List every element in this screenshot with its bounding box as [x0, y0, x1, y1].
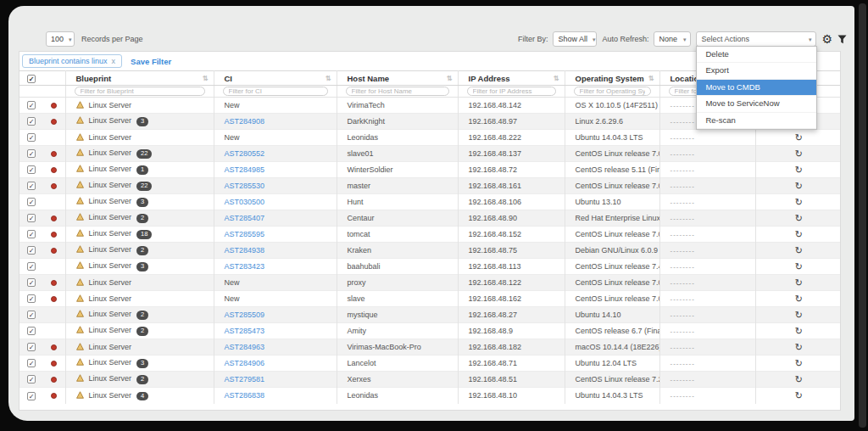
ci-link[interactable]: AST284985	[225, 165, 265, 174]
action-menu-item[interactable]: Move to CMDB	[697, 80, 816, 96]
sort-icon[interactable]: ⇅	[648, 75, 654, 82]
save-filter-link[interactable]: Save Filter	[131, 57, 171, 66]
row-checkbox[interactable]: ✓	[27, 294, 36, 303]
ci-link[interactable]: AST285595	[225, 230, 265, 238]
records-per-page-select[interactable]: 100 ▾	[46, 31, 75, 47]
row-checkbox[interactable]: ✓	[27, 359, 36, 367]
host-name: DarkKnight	[348, 117, 386, 126]
action-menu-item[interactable]: Export	[697, 63, 816, 79]
sort-icon[interactable]: ⇅	[554, 75, 559, 82]
filter-chip[interactable]: Blueprint contains linux x	[22, 54, 122, 68]
ci-link[interactable]: AST284963	[225, 343, 265, 351]
select-all-checkbox[interactable]: ✓	[27, 75, 36, 83]
rescan-icon[interactable]: ↻	[795, 132, 803, 143]
count-badge: 22	[136, 182, 152, 190]
location-value: --------	[670, 344, 695, 351]
table-row: ✓Linux Server3AST284906Lancelot192.168.4…	[19, 355, 841, 372]
table-body: ✓Linux ServerNewVirimaTech192.168.48.142…	[19, 98, 841, 404]
ci-link[interactable]: AST286838	[225, 391, 265, 400]
table-row: ✓Linux Server2AST285473Amity192.168.48.9…	[19, 323, 841, 339]
location-value: --------	[670, 311, 695, 319]
ip-address: 192.168.48.97	[469, 117, 518, 126]
rescan-icon[interactable]: ↻	[795, 390, 803, 400]
row-checkbox[interactable]: ✓	[27, 214, 36, 222]
blueprint-label: Linux Server	[89, 165, 132, 173]
filter-input-ci[interactable]	[223, 87, 328, 96]
row-checkbox[interactable]: ✓	[27, 133, 36, 142]
table-row: ✓Linux ServerNewslave192.168.48.162CentO…	[19, 291, 841, 307]
table-row: ✓Linux Server1AST284985WinterSoldier192.…	[19, 162, 841, 178]
row-checkbox[interactable]: ✓	[27, 101, 36, 109]
ci-link[interactable]: AST284906	[225, 359, 265, 367]
chip-close-icon[interactable]: x	[112, 57, 116, 65]
rescan-icon[interactable]: ↻	[795, 326, 803, 336]
ci-link[interactable]: AST279581	[225, 375, 265, 383]
rescan-icon[interactable]: ↻	[795, 310, 803, 320]
filter-input-ip-address[interactable]	[467, 87, 556, 96]
row-checkbox[interactable]: ✓	[27, 117, 36, 126]
ip-address: 192.168.48.90	[469, 214, 518, 222]
select-actions-dropdown[interactable]: Select Actions ▾	[696, 31, 816, 47]
row-checkbox[interactable]: ✓	[27, 327, 36, 335]
filter-by-label: Filter By:	[518, 35, 548, 43]
row-checkbox[interactable]: ✓	[27, 246, 36, 255]
row-checkbox[interactable]: ✓	[27, 392, 36, 400]
table-row: ✓Linux Server2AST284938Kraken192.168.48.…	[19, 243, 841, 259]
row-checkbox[interactable]: ✓	[27, 343, 36, 351]
host-name: tomcat	[348, 230, 370, 238]
row-checkbox[interactable]: ✓	[27, 165, 36, 174]
filter-input-operating-system[interactable]	[574, 87, 651, 96]
row-checkbox[interactable]: ✓	[27, 278, 36, 287]
location-value: --------	[670, 118, 695, 126]
ci-link[interactable]: AST285509	[225, 311, 265, 319]
blueprint-label: Linux Server	[89, 229, 132, 238]
rescan-icon[interactable]: ↻	[795, 342, 803, 352]
rescan-icon[interactable]: ↻	[795, 374, 803, 384]
row-checkbox[interactable]: ✓	[27, 198, 36, 206]
rescan-icon[interactable]: ↻	[795, 197, 803, 207]
sort-icon[interactable]: ⇅	[447, 75, 453, 82]
action-menu-item[interactable]: Move to ServiceNow	[697, 96, 816, 112]
rescan-icon[interactable]: ↻	[795, 294, 803, 304]
window-scrollbar[interactable]	[859, 3, 866, 428]
ci-link[interactable]: AST284938	[225, 246, 265, 255]
ci-link[interactable]: AST285530	[225, 182, 265, 190]
filter-by-select[interactable]: Show All ▾	[553, 31, 597, 47]
count-badge: 22	[136, 149, 152, 158]
rescan-icon[interactable]: ↻	[795, 261, 803, 271]
host-name: baahubali	[348, 262, 381, 271]
rescan-icon[interactable]: ↻	[795, 358, 803, 368]
ci-link[interactable]: AST283423	[225, 262, 265, 271]
ci-link[interactable]: AST280552	[225, 149, 265, 158]
rescan-icon[interactable]: ↻	[795, 213, 803, 223]
action-menu-item[interactable]: Delete	[697, 47, 816, 63]
funnel-icon[interactable]	[837, 35, 847, 44]
rescan-icon[interactable]: ↻	[795, 229, 803, 239]
ci-link[interactable]: AST030500	[225, 198, 265, 206]
filter-input-blueprint[interactable]	[75, 87, 205, 96]
row-checkbox[interactable]: ✓	[27, 375, 36, 383]
gear-icon[interactable]: ⚙	[821, 33, 832, 45]
rescan-icon[interactable]: ↻	[795, 165, 803, 175]
ci-link[interactable]: AST285473	[225, 327, 265, 335]
row-checkbox[interactable]: ✓	[27, 262, 36, 271]
select-actions-wrap: Select Actions ▾ DeleteExportMove to CMD…	[696, 31, 816, 47]
auto-refresh-label: Auto Refresh:	[602, 35, 648, 43]
sort-icon[interactable]: ⇅	[203, 75, 209, 82]
actions-menu: DeleteExportMove to CMDBMove to ServiceN…	[696, 46, 817, 130]
ci-link[interactable]: AST285407	[225, 214, 265, 222]
filter-input-host-name[interactable]	[346, 87, 449, 96]
alert-dot-icon	[51, 248, 57, 254]
ci-link[interactable]: AST284908	[225, 117, 265, 126]
rescan-icon[interactable]: ↻	[795, 148, 803, 159]
sort-icon[interactable]: ⇅	[326, 75, 331, 82]
rescan-icon[interactable]: ↻	[795, 181, 803, 191]
rescan-icon[interactable]: ↻	[795, 245, 803, 255]
row-checkbox[interactable]: ✓	[27, 230, 36, 238]
row-checkbox[interactable]: ✓	[27, 311, 36, 319]
auto-refresh-select[interactable]: None ▾	[654, 31, 691, 47]
row-checkbox[interactable]: ✓	[27, 149, 36, 158]
rescan-icon[interactable]: ↻	[795, 277, 803, 288]
action-menu-item[interactable]: Re-scan	[697, 113, 816, 129]
row-checkbox[interactable]: ✓	[27, 182, 36, 190]
